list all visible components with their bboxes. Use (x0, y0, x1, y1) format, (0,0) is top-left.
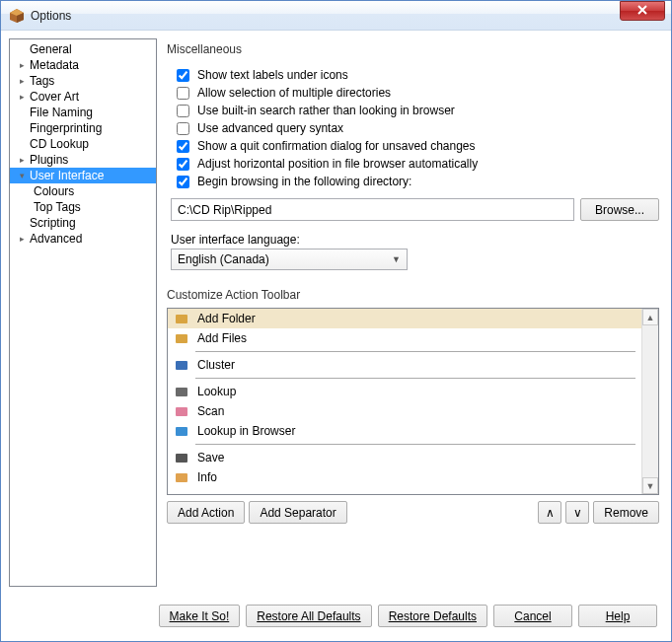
expand-icon[interactable]: ▸ (16, 60, 28, 70)
cluster-icon (174, 357, 189, 373)
nav-item-colours[interactable]: Colours (10, 183, 156, 199)
content-pane: Miscellaneous Show text labels under ico… (165, 38, 663, 587)
svg-rect-7 (176, 407, 187, 416)
lookup-in-browser-icon (174, 423, 189, 439)
checkbox-label: Use advanced query syntax (197, 121, 343, 135)
checkbox[interactable] (177, 87, 189, 100)
nav-item-tags[interactable]: ▸Tags (10, 73, 156, 89)
nav-tree[interactable]: General▸Metadata▸Tags▸Cover ArtFile Nami… (9, 38, 157, 587)
toolbar-item-label: Scan (197, 404, 224, 418)
svg-rect-5 (176, 361, 187, 370)
nav-label: Cover Art (30, 90, 79, 104)
checkbox[interactable] (177, 69, 189, 82)
nav-label: Fingerprinting (30, 121, 102, 135)
toolbar-list[interactable]: Add FolderAdd FilesClusterLookupScanLook… (168, 309, 641, 494)
titlebar[interactable]: Options (1, 1, 671, 31)
browse-path-input[interactable] (171, 198, 574, 221)
checkbox[interactable] (177, 122, 189, 135)
body: General▸Metadata▸Tags▸Cover ArtFile Nami… (1, 31, 671, 595)
add-folder-icon (174, 311, 189, 326)
close-button[interactable] (620, 1, 665, 21)
checkbox-row: Show a quit confirmation dialog for unsa… (177, 139, 659, 153)
nav-item-cd-lookup[interactable]: CD Lookup (10, 136, 156, 152)
chevron-down-icon: ∨ (573, 506, 582, 520)
nav-item-cover-art[interactable]: ▸Cover Art (10, 89, 156, 105)
checkbox-label: Allow selection of multiple directories (197, 86, 391, 100)
save-icon (174, 450, 189, 465)
nav-label: Scripting (30, 216, 76, 230)
cancel-button[interactable]: Cancel (493, 605, 572, 627)
language-value: English (Canada) (178, 252, 269, 266)
svg-rect-3 (176, 315, 187, 323)
options-window: Options General▸Metadata▸Tags▸Cover ArtF… (0, 0, 672, 642)
expand-icon[interactable]: ▸ (16, 92, 28, 102)
nav-item-plugins[interactable]: ▸Plugins (10, 152, 156, 168)
make-it-so-button[interactable]: Make It So! (159, 605, 241, 627)
checkbox-label: Show text labels under icons (197, 68, 348, 82)
checkbox[interactable] (177, 105, 189, 117)
move-up-button[interactable]: ∧ (538, 501, 561, 524)
checkbox-label: Adjust horizontal position in file brows… (197, 157, 478, 171)
checkbox[interactable] (177, 176, 189, 188)
language-select[interactable]: English (Canada) ▼ (171, 249, 408, 270)
checkbox[interactable] (177, 140, 189, 153)
restore-all-defaults-button[interactable]: Restore All Defaults (246, 605, 371, 627)
nav-item-file-naming[interactable]: File Naming (10, 105, 156, 120)
expand-icon[interactable]: ▸ (16, 155, 28, 165)
checkbox[interactable] (177, 158, 189, 171)
nav-label: Colours (34, 184, 74, 198)
nav-item-scripting[interactable]: Scripting (10, 215, 156, 231)
nav-item-advanced[interactable]: ▸Advanced (10, 231, 156, 247)
checkbox-row: Use advanced query syntax (177, 121, 659, 135)
chevron-up-icon: ∧ (546, 506, 555, 520)
svg-rect-6 (176, 388, 187, 396)
svg-rect-10 (176, 473, 187, 482)
toolbar-item-label: Cluster (197, 358, 235, 372)
svg-rect-4 (176, 334, 187, 343)
toolbar-item-label: Lookup (197, 385, 236, 398)
help-button[interactable]: Help (578, 605, 657, 627)
toolbar-item-add-files[interactable]: Add Files (168, 328, 641, 348)
expand-icon[interactable]: ▸ (16, 76, 28, 86)
remove-button[interactable]: Remove (593, 501, 659, 524)
toolbar-separator (195, 351, 635, 352)
nav-item-top-tags[interactable]: Top Tags (10, 199, 156, 215)
checkbox-row: Begin browsing in the following director… (177, 175, 659, 188)
restore-defaults-button[interactable]: Restore Defaults (378, 605, 487, 627)
checkbox-label: Show a quit confirmation dialog for unsa… (197, 139, 476, 153)
scrollbar[interactable]: ▲ ▼ (641, 309, 658, 494)
toolbar-item-save[interactable]: Save (168, 448, 641, 467)
toolbar-list-box: Add FolderAdd FilesClusterLookupScanLook… (167, 308, 659, 495)
move-down-button[interactable]: ∨ (565, 501, 589, 524)
expand-icon[interactable]: ▸ (16, 234, 28, 244)
path-row: Browse... (171, 198, 659, 221)
toolbar-separator (195, 444, 635, 445)
nav-label: CD Lookup (30, 137, 89, 151)
toolbar-item-cluster[interactable]: Cluster (168, 355, 641, 375)
nav-label: Tags (30, 74, 54, 88)
add-files-icon (174, 330, 189, 346)
checkbox-label: Begin browsing in the following director… (197, 175, 411, 188)
toolbar-item-add-folder[interactable]: Add Folder (168, 309, 641, 328)
toolbar-item-info[interactable]: Info (168, 467, 641, 487)
nav-label: Top Tags (34, 200, 81, 214)
scroll-down-icon[interactable]: ▼ (642, 477, 658, 494)
nav-item-general[interactable]: General (10, 41, 156, 57)
toolbar-item-lookup[interactable]: Lookup (168, 382, 641, 401)
lookup-icon (174, 384, 189, 399)
browse-button[interactable]: Browse... (580, 198, 659, 221)
toolbar-item-scan[interactable]: Scan (168, 401, 641, 421)
nav-item-fingerprinting[interactable]: Fingerprinting (10, 120, 156, 136)
toolbar-buttons-row: Add Action Add Separator ∧ ∨ Remove (167, 501, 659, 524)
nav-label: File Naming (30, 106, 93, 119)
toolbar-item-lookup-in-browser[interactable]: Lookup in Browser (168, 421, 641, 441)
add-separator-button[interactable]: Add Separator (249, 501, 346, 524)
nav-label: Advanced (30, 232, 82, 246)
nav-label: Plugins (30, 153, 68, 167)
checkbox-row: Adjust horizontal position in file brows… (177, 157, 659, 171)
nav-item-metadata[interactable]: ▸Metadata (10, 57, 156, 73)
scroll-up-icon[interactable]: ▲ (642, 309, 658, 325)
nav-item-user-interface[interactable]: ▾User Interface (10, 168, 156, 183)
expand-icon[interactable]: ▾ (16, 171, 28, 180)
add-action-button[interactable]: Add Action (167, 501, 245, 524)
